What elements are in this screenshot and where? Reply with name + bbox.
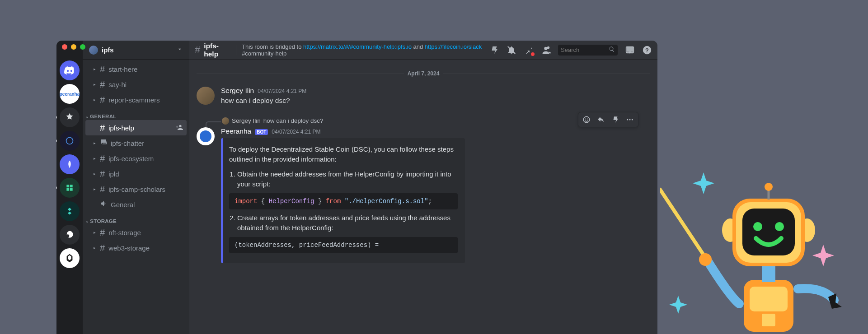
collapse-icon: ▸ xyxy=(94,97,97,102)
help-icon[interactable]: ? xyxy=(642,45,652,55)
date-label: April 7, 2024 xyxy=(404,70,443,77)
server-item-8[interactable] xyxy=(60,225,80,245)
message-actions xyxy=(578,112,638,127)
message-author[interactable]: Peeranha xyxy=(221,127,251,135)
thread-icon[interactable] xyxy=(608,113,623,126)
category-label: GENERAL xyxy=(90,114,116,119)
channel-label: say-hi xyxy=(108,81,127,88)
hash-icon: # xyxy=(100,227,105,238)
svg-point-22 xyxy=(799,218,815,242)
search-input[interactable] xyxy=(561,46,609,53)
topic-link-1[interactable]: https://matrix.to/#/#community-help:ipfs… xyxy=(303,43,412,50)
close-window-icon[interactable] xyxy=(62,44,67,50)
server-header-dropdown[interactable]: ipfs xyxy=(83,41,189,60)
reply-avatar-icon xyxy=(222,117,229,125)
embed-step: Obtain the needed addresses from the Hel… xyxy=(237,169,458,190)
maximize-window-icon[interactable] xyxy=(80,44,85,50)
message-list: April 7, 2024 Sergey Ilin 04/07/2024 4:2… xyxy=(189,60,657,334)
channel-topic: This room is bridged to https://matrix.t… xyxy=(242,43,486,57)
hash-icon: # xyxy=(100,169,105,179)
svg-point-13 xyxy=(629,119,631,120)
svg-rect-3 xyxy=(66,188,69,191)
server-item-5[interactable] xyxy=(60,154,80,174)
channel-web3-storage[interactable]: ▸ # web3-storage xyxy=(85,240,187,255)
server-item-6[interactable] xyxy=(60,178,80,198)
channel-ipld[interactable]: ▸ # ipld xyxy=(85,166,187,181)
hash-icon: # xyxy=(100,79,105,90)
collapse-icon: ▸ xyxy=(94,82,97,87)
hash-icon: # xyxy=(100,64,105,74)
code-block: (tokenAddresses, priceFeedAddresses) = xyxy=(229,237,458,253)
svg-point-28 xyxy=(753,222,762,231)
message-timestamp: 04/07/2024 4:21 PM xyxy=(272,129,320,135)
notifications-icon[interactable] xyxy=(507,45,516,55)
channel-label: ipfs-help xyxy=(108,124,134,132)
channel-label: report-scammers xyxy=(108,96,160,104)
topic-text: #community-help xyxy=(242,50,286,57)
date-divider: April 7, 2024 xyxy=(197,70,650,77)
message: Sergey Ilin 04/07/2024 4:21 PM how can i… xyxy=(197,85,650,112)
add-user-icon[interactable] xyxy=(176,124,183,132)
server-item-9[interactable] xyxy=(60,248,80,268)
minimize-window-icon[interactable] xyxy=(71,44,76,50)
svg-point-29 xyxy=(775,222,784,231)
add-reaction-icon[interactable] xyxy=(579,113,594,126)
hash-icon: # xyxy=(100,153,105,164)
hash-icon: # xyxy=(100,123,105,133)
svg-point-16 xyxy=(699,253,712,266)
channel-ipfs-help[interactable]: ▸ # ipfs-help xyxy=(85,120,187,135)
inbox-icon[interactable] xyxy=(625,45,635,55)
svg-point-0 xyxy=(66,138,73,144)
pinned-icon[interactable] xyxy=(524,45,534,55)
server-item-4[interactable] xyxy=(60,131,80,151)
collapse-icon: ▸ xyxy=(94,67,97,71)
topic-link-2[interactable]: https://filecoin.io/slack xyxy=(425,43,482,50)
channel-label: ipfs-ecosystem xyxy=(108,155,154,162)
collapse-icon: ▸ xyxy=(94,156,97,161)
category-storage[interactable]: ⌄ STORAGE xyxy=(83,212,189,225)
collapse-icon: ▸ xyxy=(94,172,97,176)
topic-text: and xyxy=(412,43,425,50)
embed-intro: To deploy the Decentralized Stable Coin … xyxy=(229,144,458,165)
discord-home-button[interactable] xyxy=(60,60,80,80)
hash-icon: # xyxy=(100,184,105,195)
channel-general-voice[interactable]: ▸ General xyxy=(85,197,187,212)
members-icon[interactable] xyxy=(541,45,551,55)
channel-label: ipfs-camp-scholars xyxy=(108,186,165,193)
collapse-icon: ▸ xyxy=(94,141,97,145)
channel-say-hi[interactable]: ▸ # say-hi xyxy=(85,77,187,92)
server-item-3[interactable] xyxy=(60,107,80,127)
avatar[interactable] xyxy=(197,127,215,145)
search-box[interactable] xyxy=(558,45,618,56)
svg-point-10 xyxy=(585,118,586,119)
message-text: how can i deploy dsc? xyxy=(221,96,650,106)
channel-report-scammers[interactable]: ▸ # report-scammers xyxy=(85,92,187,107)
channel-ipfs-ecosystem[interactable]: ▸ # ipfs-ecosystem xyxy=(85,151,187,166)
channel-nft-storage[interactable]: ▸ # nft-storage xyxy=(85,225,187,240)
svg-point-14 xyxy=(632,119,633,120)
collapse-icon: ▸ xyxy=(94,246,97,250)
threads-icon[interactable] xyxy=(489,45,499,55)
bot-badge: BOT xyxy=(255,129,268,135)
channel-start-here[interactable]: ▸ # start-here xyxy=(85,61,187,77)
channel-ipfs-camp-scholars[interactable]: ▸ # ipfs-camp-scholars xyxy=(85,181,187,197)
main-content: # ipfs-help This room is bridged to http… xyxy=(189,41,657,334)
server-peeranha[interactable]: peeranha xyxy=(60,84,80,104)
channel-list: ▸ # start-here ▸ # say-hi ▸ # report-sca… xyxy=(83,60,189,334)
more-icon[interactable] xyxy=(623,113,637,126)
channel-ipfs-chatter[interactable]: ▸ ipfs-chatter xyxy=(85,135,187,151)
category-label: STORAGE xyxy=(90,218,117,224)
category-general[interactable]: ⌄ GENERAL xyxy=(83,107,189,120)
server-item-7[interactable] xyxy=(60,201,80,221)
avatar[interactable] xyxy=(197,87,215,105)
separator xyxy=(236,45,236,55)
svg-rect-2 xyxy=(70,185,73,187)
message: Peeranha BOT 04/07/2024 4:21 PM To deplo… xyxy=(197,125,650,269)
header-actions: ? xyxy=(489,45,652,56)
message-author[interactable]: Sergey Ilin xyxy=(221,87,254,95)
chevron-down-icon: ⌄ xyxy=(85,219,89,223)
svg-line-15 xyxy=(660,190,708,261)
reply-icon[interactable] xyxy=(594,113,608,126)
svg-rect-23 xyxy=(732,199,805,266)
hash-icon: # xyxy=(100,95,105,105)
